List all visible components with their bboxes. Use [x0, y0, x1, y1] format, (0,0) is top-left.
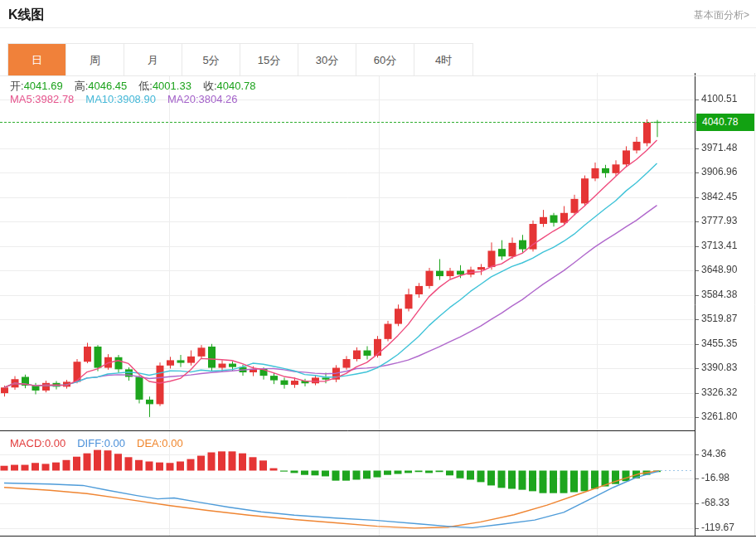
tab-30min[interactable]: 30分: [298, 44, 356, 76]
price-axis-label: 4100.51: [701, 93, 737, 104]
tabbar-underline: [0, 75, 756, 76]
macd-item-0: MACD:0.00: [10, 437, 65, 449]
ohlc-item-2: 低:4001.33: [138, 80, 191, 92]
tab-month[interactable]: 月: [124, 44, 182, 76]
ma-legend: MA5:3982.78MA10:3908.90MA20:3804.26: [10, 93, 250, 105]
price-axis-label: 3261.80: [701, 410, 737, 422]
price-axis-label: 3713.41: [701, 240, 737, 251]
price-axis-label: 3777.93: [701, 215, 737, 226]
price-axis-label: 3906.96: [701, 166, 737, 177]
macd-item-2: DEA:0.00: [137, 437, 183, 449]
macd-axis-label: -68.33: [701, 497, 729, 508]
price-axis-label: 3519.87: [701, 313, 737, 324]
ohlc-legend: 开:4041.69高:4046.45低:4001.33收:4040.78: [10, 79, 268, 94]
ohlc-item-0: 开:4041.69: [10, 80, 63, 92]
tab-day[interactable]: 日: [8, 44, 66, 76]
price-axis-label: 3584.38: [701, 289, 737, 300]
tab-60min[interactable]: 60分: [356, 44, 414, 76]
kline-panel: K线图 基本面分析> 日周月5分15分30分60分4时 开:4041.69高:4…: [0, 0, 756, 539]
ma-item-1: MA10:3908.90: [85, 93, 156, 105]
current-price-badge: 4040.78: [696, 114, 754, 131]
price-axis-label: 3326.32: [701, 386, 737, 398]
price-axis-label: 3455.35: [701, 337, 737, 349]
ohlc-item-3: 收:4040.78: [203, 80, 256, 92]
macd-axis-label: -119.67: [701, 522, 734, 533]
price-axis-label: 3648.90: [701, 264, 737, 275]
macd-item-1: DIFF:0.00: [77, 437, 125, 449]
fundamental-analysis-link[interactable]: 基本面分析>: [694, 8, 749, 22]
macd-legend: MACD:0.00DIFF:0.00DEA:0.00: [10, 437, 195, 449]
period-tabbar: 日周月5分15分30分60分4时: [7, 43, 473, 76]
ma-item-2: MA20:3804.26: [167, 93, 238, 105]
price-axis-label: 3842.45: [701, 191, 737, 202]
price-axis-label: 3390.83: [701, 362, 737, 373]
tab-week[interactable]: 周: [66, 44, 124, 76]
price-axis-label: 3971.48: [701, 142, 737, 153]
page-title: K线图: [8, 7, 45, 24]
macd-axis-label: 34.36: [701, 448, 726, 459]
ma-item-0: MA5:3982.78: [10, 93, 74, 105]
tab-5min[interactable]: 5分: [182, 44, 240, 76]
header-divider: [0, 27, 756, 28]
tab-15min[interactable]: 15分: [240, 44, 298, 76]
macd-axis-label: -16.98: [701, 472, 729, 483]
tab-4hour[interactable]: 4时: [414, 44, 472, 76]
ohlc-item-1: 高:4046.45: [75, 80, 128, 92]
